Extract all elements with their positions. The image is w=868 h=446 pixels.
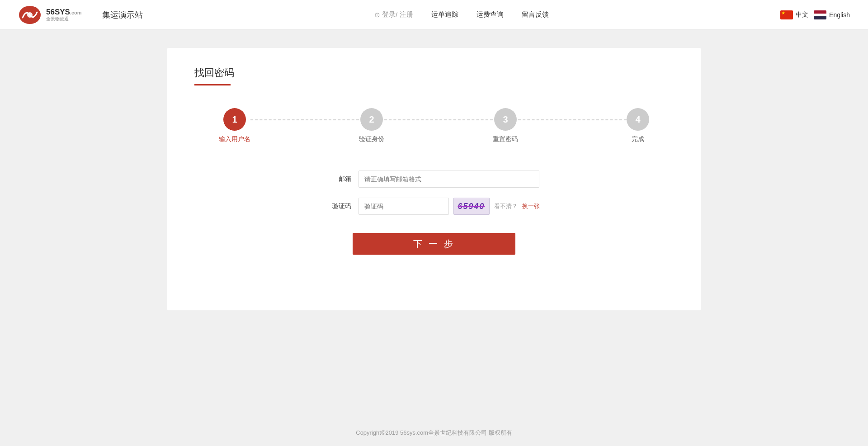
next-step-button[interactable]: 下 一 步 [353,233,515,255]
step-4: 4 完成 [627,108,649,143]
step-4-label: 完成 [632,135,644,143]
captcha-label: 验证码 [329,202,351,210]
step-2: 2 验证身份 [359,108,384,143]
title-underline [194,84,231,85]
step-connector-2-3 [384,119,493,120]
captcha-input[interactable] [359,198,449,215]
step-3: 3 重置密码 [493,108,518,143]
lang-cn-label: 中文 [796,11,808,19]
step-connector-1-2 [250,119,359,120]
nav-feedback[interactable]: 留言反馈 [522,10,549,19]
step-2-circle: 2 [360,108,383,131]
footer: Copyright©2019 56sys.com全景世纪科技有限公司 版权所有 [0,420,868,446]
page-title: 找回密码 [194,66,674,80]
step-1-label: 输入用户名 [219,135,250,143]
captcha-refresh-link[interactable]: 换一张 [522,202,540,210]
main-card: 找回密码 1 输入用户名 2 验证身份 3 [167,48,701,310]
step-1-circle: 1 [223,108,246,131]
page-title-block: 找回密码 [194,66,674,85]
step-indicator: 1 输入用户名 2 验证身份 3 重置密码 4 [194,108,674,143]
nav-login[interactable]: 登录/ 注册 [374,10,413,19]
copyright-text: Copyright©2019 56sys.com全景世纪科技有限公司 版权所有 [356,429,512,436]
main-background: 找回密码 1 输入用户名 2 验证身份 3 [0,30,868,420]
nav-tracking[interactable]: 运单追踪 [431,10,458,19]
flag-cn-icon [780,10,793,19]
logo-divider [92,7,92,23]
lang-en[interactable]: English [814,10,850,19]
site-name: 集运演示站 [102,9,143,20]
captcha-controls: 65940 看不清？ 换一张 [359,198,540,215]
logo-area: 56SYS.com 全景物流通 集运演示站 [18,5,143,25]
lang-en-label: English [829,11,850,19]
step-3-label: 重置密码 [493,135,518,143]
email-input[interactable] [359,171,539,188]
step-2-label: 验证身份 [359,135,384,143]
logo-brand: 56SYS.com [46,8,82,17]
email-label: 邮箱 [329,175,351,183]
language-switcher: 中文 English [780,10,850,19]
logo-tagline: 全景物流通 [46,16,82,21]
step-connector-3-4 [518,119,627,120]
header: 56SYS.com 全景物流通 集运演示站 登录/ 注册 运单追踪 运费查询 留… [0,0,868,30]
captcha-image[interactable]: 65940 [453,198,490,215]
captcha-row: 验证码 65940 看不清？ 换一张 [329,198,540,215]
email-row: 邮箱 [329,171,539,188]
logo-icon [18,5,42,25]
step-1: 1 输入用户名 [219,108,250,143]
step-4-circle: 4 [627,108,649,131]
lang-cn[interactable]: 中文 [780,10,808,19]
recover-form: 邮箱 验证码 65940 看不清？ 换一张 下 一 步 [194,171,674,255]
main-nav: 登录/ 注册 运单追踪 运费查询 留言反馈 [374,10,548,19]
svg-point-1 [27,12,33,18]
step-3-circle: 3 [494,108,517,131]
nav-freight[interactable]: 运费查询 [476,10,504,19]
flag-th-icon [814,10,826,19]
captcha-hint: 看不清？ [494,202,518,210]
logo-text: 56SYS.com 全景物流通 [46,8,82,22]
